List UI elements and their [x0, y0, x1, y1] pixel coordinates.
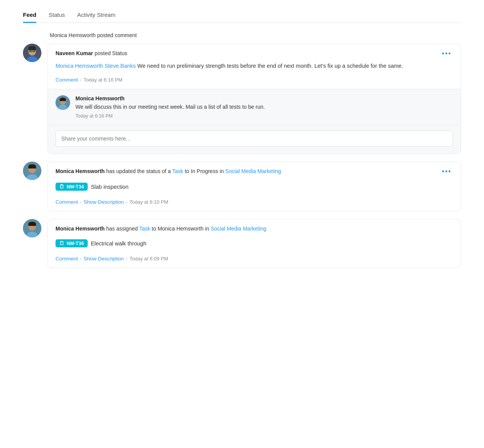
post-action-3a: has assigned [105, 226, 139, 232]
timestamp-1: Today at 6:16 PM [83, 77, 122, 83]
svg-rect-5 [33, 51, 35, 52]
comment-input-area-1 [48, 125, 461, 154]
comment-avatar-monica-1 [56, 95, 70, 110]
post-actions-3: Comment • Show Description • Today at 6:… [48, 253, 461, 268]
post-actions-1: Comment • Today at 6:16 PM [48, 74, 461, 89]
post-action-2a: has updated the status of a [105, 168, 172, 174]
mention-monica-1[interactable]: Monica Hemsworth [56, 63, 103, 69]
comment-author-1: Monica Hemsworth [75, 95, 265, 101]
svg-rect-24 [28, 224, 36, 226]
post-action-3b: to Monica Hemsworth in [150, 226, 211, 232]
project-link-2[interactable]: Social Media Marketing [225, 168, 281, 174]
comment-item-1: Monica Hemsworth We will discuss this in… [48, 89, 461, 125]
svg-rect-19 [28, 166, 36, 168]
avatar-naveen [23, 44, 41, 62]
task-title-3: Electrical walk through [91, 240, 146, 247]
feed-card-2: Monica Hemsworth has updated the status … [47, 162, 461, 211]
poster-name-1: Naveen Kumar [56, 50, 93, 56]
mention-steve-1[interactable]: Steve Banks [105, 63, 136, 69]
project-link-3[interactable]: Social Media Marketing [211, 226, 267, 232]
task-badge-icon-3: 🗒 [59, 240, 64, 246]
dot-sep-3a: • [80, 257, 82, 260]
feed-item-row-3: Monica Hemsworth has assigned Task to Mo… [23, 219, 461, 268]
comment-link-2[interactable]: Comment [56, 199, 78, 205]
task-row-3: 🗒 NM-T36 Electrical walk through [48, 236, 461, 253]
tab-status[interactable]: Status [49, 8, 65, 23]
timestamp-3: Today at 6:09 PM [129, 256, 168, 262]
timestamp-2: Today at 6:10 PM [129, 199, 168, 205]
task-badge-id-3: NM-T36 [67, 241, 84, 246]
feed-card-header-text-2: Monica Hemsworth has updated the status … [56, 168, 440, 174]
post-body-text-1: We need to run preliminary strength test… [137, 63, 403, 69]
comment-time-1: Today at 6:16 PM [75, 113, 265, 119]
task-title-2: Slab inspection [91, 184, 128, 190]
comment-input-1[interactable] [56, 131, 453, 147]
feed-item-row-1: Naveen Kumar posted Status ••• Monica He… [23, 44, 461, 154]
task-link-3[interactable]: Task [139, 226, 150, 232]
post-actions-2: Comment • Show Description • Today at 6:… [48, 196, 461, 211]
page-container: Feed Status Activity Stream Monica Hemsw… [0, 0, 484, 291]
svg-rect-4 [29, 51, 31, 52]
task-row-2: 🗒 NM-T34 Slab inspection [48, 180, 461, 196]
dot-sep-3b: • [126, 257, 127, 260]
task-badge-2[interactable]: 🗒 NM-T34 [56, 183, 88, 191]
feed-card-header-2: Monica Hemsworth has updated the status … [48, 162, 461, 180]
more-options-1[interactable]: ••• [440, 50, 453, 57]
task-badge-id-2: NM-T34 [67, 184, 84, 190]
tab-feed[interactable]: Feed [23, 8, 36, 23]
comment-link-3[interactable]: Comment [56, 256, 78, 262]
more-options-2[interactable]: ••• [440, 168, 453, 175]
task-badge-3[interactable]: 🗒 NM-T36 [56, 239, 88, 247]
task-badge-icon-2: 🗒 [59, 184, 64, 190]
comment-section-1: Monica Hemsworth We will discuss this in… [48, 89, 461, 154]
feed-card-3: Monica Hemsworth has assigned Task to Mo… [47, 219, 461, 268]
svg-rect-3 [28, 48, 36, 50]
avatar-monica-2 [23, 162, 41, 180]
comment-content-1: Monica Hemsworth We will discuss this in… [75, 95, 265, 119]
show-description-3[interactable]: Show Description [83, 256, 124, 262]
task-link-2[interactable]: Task [172, 168, 183, 174]
post-action-1: posted Status [93, 50, 128, 56]
comment-link-1[interactable]: Comment [56, 77, 78, 83]
feed-card-header-3: Monica Hemsworth has assigned Task to Mo… [48, 219, 461, 236]
feed-card-header-text-1: Naveen Kumar posted Status [56, 50, 440, 56]
feed-card-header-text-3: Monica Hemsworth has assigned Task to Mo… [56, 226, 453, 232]
tab-activity-stream[interactable]: Activity Stream [77, 8, 116, 23]
tabs-bar: Feed Status Activity Stream [23, 8, 461, 23]
show-description-2[interactable]: Show Description [83, 199, 124, 205]
dot-sep-2a: • [80, 200, 82, 204]
poster-name-3: Monica Hemsworth [56, 226, 105, 232]
poster-name-2: Monica Hemsworth [56, 168, 105, 174]
svg-rect-14 [60, 99, 66, 101]
feed-item-row-2: Monica Hemsworth has updated the status … [23, 162, 461, 211]
post-body-1: Monica Hemsworth Steve Banks We need to … [48, 62, 461, 74]
dot-sep-2b: • [126, 200, 127, 204]
feed-card-1: Naveen Kumar posted Status ••• Monica He… [47, 44, 461, 154]
section-header: Monica Hemsworth posted comment [50, 32, 461, 38]
post-action-2b: to In Progress in [183, 168, 226, 174]
feed-card-header-1: Naveen Kumar posted Status ••• [48, 44, 461, 62]
avatar-monica-3 [23, 219, 41, 237]
comment-text-1: We will discuss this in our meeting next… [75, 103, 265, 111]
svg-point-9 [32, 52, 33, 53]
dot-sep-1: • [80, 78, 82, 82]
